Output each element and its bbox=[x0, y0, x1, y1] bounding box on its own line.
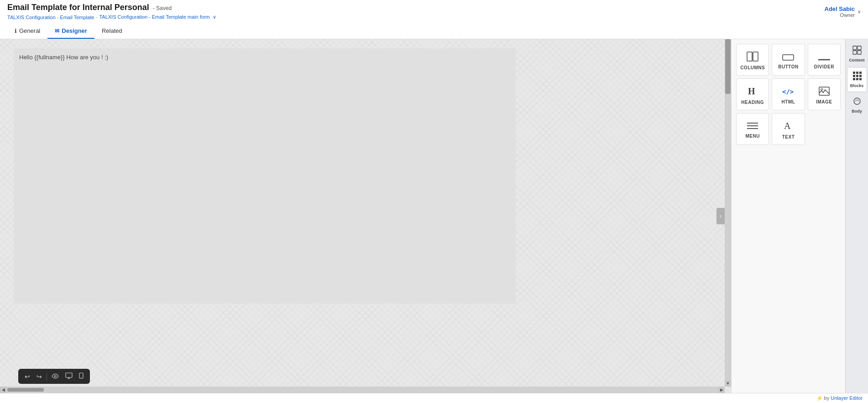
block-image-label: IMAGE bbox=[816, 99, 832, 104]
vscroll-thumb[interactable] bbox=[725, 39, 731, 94]
sidebar-blocks-label: Blocks bbox=[850, 83, 864, 88]
title-area: Email Template for Internal Personal - S… bbox=[7, 3, 216, 20]
unlayer-footer: ⚡ by Unlayer Editor bbox=[0, 393, 868, 403]
block-heading-label: HEADING bbox=[741, 100, 764, 105]
canvas-wrapper: Hello {{fullname}} How are you ! :) ▲ ▼ … bbox=[0, 39, 731, 393]
sidebar-content-label: Content bbox=[849, 58, 865, 62]
svg-rect-22 bbox=[853, 72, 855, 74]
desktop-icon bbox=[65, 372, 73, 379]
tab-general-label: General bbox=[19, 27, 40, 34]
tab-related-label: Related bbox=[102, 27, 122, 34]
sidebar-right: Content Blocks bbox=[845, 39, 868, 393]
image-icon bbox=[819, 87, 830, 98]
svg-rect-20 bbox=[853, 51, 857, 54]
undo-button[interactable]: ↩ bbox=[22, 371, 33, 382]
sidebar-blocks-btn[interactable]: Blocks bbox=[847, 67, 867, 92]
desktop-view-button[interactable] bbox=[63, 371, 75, 382]
saved-badge: - Saved bbox=[153, 5, 172, 11]
svg-text:A: A bbox=[784, 121, 791, 131]
tab-related[interactable]: Related bbox=[94, 24, 130, 39]
redo-button[interactable]: ↪ bbox=[34, 371, 45, 382]
tab-designer-icon: ✉ bbox=[55, 28, 59, 34]
block-html[interactable]: </> HTML bbox=[772, 78, 805, 110]
block-html-label: HTML bbox=[782, 99, 795, 104]
blocks-icon bbox=[852, 71, 862, 83]
svg-rect-25 bbox=[853, 75, 855, 77]
svg-rect-29 bbox=[856, 78, 858, 80]
block-text-label: TEXT bbox=[782, 134, 795, 140]
svg-rect-27 bbox=[859, 75, 862, 77]
svg-text:H: H bbox=[748, 86, 755, 96]
block-divider-label: DIVIDER bbox=[814, 64, 834, 69]
breadcrumb-chevron: ∨ bbox=[213, 14, 216, 20]
button-icon bbox=[782, 52, 794, 62]
email-content-text: Hello {{fullname}} How are you ! :) bbox=[14, 48, 516, 66]
svg-rect-8 bbox=[783, 55, 794, 60]
hscroll-thumb[interactable] bbox=[7, 388, 44, 392]
user-role: Owner bbox=[840, 12, 855, 18]
sidebar-body-label: Body bbox=[852, 109, 862, 114]
block-divider[interactable]: DIVIDER bbox=[808, 44, 841, 76]
block-columns-label: COLUMNS bbox=[740, 65, 765, 70]
unlayer-link[interactable]: Unlayer Editor bbox=[831, 395, 863, 401]
canvas-scroll[interactable]: Hello {{fullname}} How are you ! :) bbox=[0, 39, 725, 387]
lightning-icon: ⚡ bbox=[816, 395, 823, 401]
block-columns[interactable]: COLUMNS bbox=[736, 44, 769, 76]
tab-general[interactable]: ℹ General bbox=[7, 24, 47, 39]
svg-rect-28 bbox=[853, 78, 855, 80]
panel-collapse-toggle[interactable]: › bbox=[716, 208, 725, 224]
breadcrumb-link-2[interactable]: TALXIS Configuration - Email Template ma… bbox=[99, 14, 216, 20]
heading-icon: H bbox=[748, 86, 758, 98]
vscroll-down[interactable]: ▼ bbox=[725, 380, 731, 387]
tabs: ℹ General ✉ Designer Related bbox=[7, 24, 861, 39]
canvas-inner: Hello {{fullname}} How are you ! :) bbox=[0, 39, 725, 313]
sidebar-content-btn[interactable]: Content bbox=[847, 42, 867, 66]
tab-general-icon: ℹ bbox=[15, 28, 17, 34]
svg-rect-21 bbox=[858, 51, 861, 54]
hscroll: ◀ ▶ bbox=[0, 387, 725, 393]
block-button-label: BUTTON bbox=[778, 64, 798, 69]
eye-icon bbox=[52, 373, 59, 379]
block-heading[interactable]: H HEADING bbox=[736, 78, 769, 110]
mobile-view-button[interactable] bbox=[76, 371, 86, 382]
svg-text:</>: </> bbox=[782, 88, 794, 95]
hscroll-left[interactable]: ◀ bbox=[0, 387, 6, 393]
tab-designer-label: Designer bbox=[62, 27, 87, 34]
svg-point-5 bbox=[81, 377, 81, 378]
header: Email Template for Internal Personal - S… bbox=[0, 0, 868, 39]
preview-button[interactable] bbox=[49, 371, 62, 382]
tab-designer[interactable]: ✉ Designer bbox=[47, 24, 94, 39]
bottom-toolbar: ↩ ↪ bbox=[18, 369, 90, 384]
svg-point-0 bbox=[54, 375, 56, 377]
right-panel: COLUMNS BUTTON bbox=[731, 39, 868, 393]
block-button[interactable]: BUTTON bbox=[772, 44, 805, 76]
block-menu[interactable]: MENU bbox=[736, 113, 769, 145]
email-canvas[interactable]: Hello {{fullname}} How are you ! :) bbox=[14, 48, 516, 304]
svg-rect-19 bbox=[858, 46, 861, 50]
block-text[interactable]: A TEXT bbox=[772, 113, 805, 145]
vscroll: ▲ ▼ bbox=[725, 39, 731, 387]
user-chevron-icon: ∨ bbox=[858, 9, 861, 14]
block-image[interactable]: IMAGE bbox=[808, 78, 841, 110]
svg-rect-30 bbox=[859, 78, 862, 80]
mobile-icon bbox=[79, 372, 84, 379]
block-menu-label: MENU bbox=[745, 134, 759, 139]
blocks-panel: COLUMNS BUTTON bbox=[732, 39, 845, 393]
html-icon: </> bbox=[782, 87, 794, 98]
user-name: Adel Sabic bbox=[825, 5, 855, 12]
svg-rect-18 bbox=[853, 46, 857, 50]
hscroll-right[interactable]: ▶ bbox=[718, 387, 725, 393]
footer-text: by bbox=[824, 395, 831, 401]
main-content: Hello {{fullname}} How are you ! :) ▲ ▼ … bbox=[0, 39, 868, 393]
columns-icon bbox=[747, 52, 758, 63]
user-info[interactable]: Adel Sabic Owner ∨ bbox=[825, 5, 861, 18]
text-icon: A bbox=[784, 121, 793, 133]
breadcrumb-link-1[interactable]: TALXIS Configuration - Email Template bbox=[7, 15, 94, 20]
body-icon bbox=[852, 97, 862, 108]
svg-rect-26 bbox=[856, 75, 858, 77]
menu-icon bbox=[747, 122, 758, 132]
sidebar-body-btn[interactable]: Body bbox=[847, 93, 867, 117]
svg-rect-24 bbox=[859, 72, 862, 74]
svg-point-13 bbox=[821, 88, 823, 90]
svg-rect-23 bbox=[856, 72, 858, 74]
